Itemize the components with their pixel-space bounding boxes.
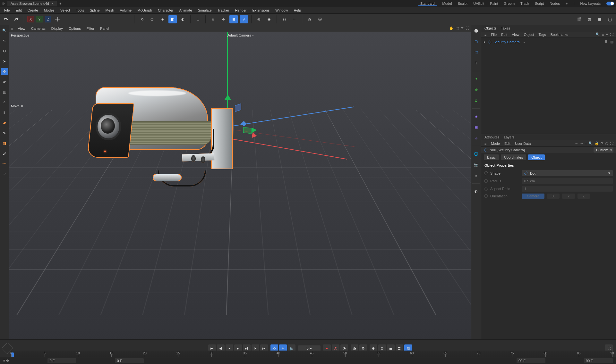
- obj-home-icon[interactable]: ⌂: [602, 32, 604, 37]
- menu-tracker[interactable]: Tracker: [215, 7, 232, 13]
- select-live-icon[interactable]: ↖: [1, 37, 8, 44]
- mode-camera-icon[interactable]: 📷: [472, 161, 480, 169]
- knife-icon[interactable]: ✎: [1, 129, 8, 136]
- options-icon[interactable]: ⋯: [290, 15, 299, 23]
- attr-menu-mode[interactable]: Mode: [491, 142, 500, 145]
- obj-hamburger-icon[interactable]: ≡: [484, 33, 486, 37]
- mode-effector-icon[interactable]: ❉: [472, 86, 480, 94]
- obj-menu-object[interactable]: Object: [524, 33, 534, 37]
- tree-expand-icon[interactable]: ▸: [484, 40, 486, 44]
- render-settings-icon[interactable]: ◔: [305, 15, 314, 23]
- layout-model[interactable]: Model: [442, 2, 452, 5]
- menu-modes[interactable]: Modes: [41, 7, 57, 13]
- gizmo-z-arrow[interactable]: [252, 127, 257, 133]
- vp-menu-display[interactable]: Display: [48, 26, 66, 31]
- mode-light-icon[interactable]: ☼: [472, 171, 480, 180]
- menu-mograph[interactable]: MoGraph: [134, 7, 155, 13]
- workplane-icon[interactable]: ⬘: [219, 15, 227, 23]
- tab-objects[interactable]: Objects: [484, 26, 496, 30]
- layout-script[interactable]: Script: [535, 2, 544, 5]
- redo-button[interactable]: [12, 15, 21, 23]
- attr-lock-icon[interactable]: 🔒: [595, 141, 599, 145]
- grid-snap-icon[interactable]: ⊞: [229, 15, 238, 23]
- sel-edge-icon[interactable]: ⫴: [1, 109, 8, 116]
- menu-create[interactable]: Create: [25, 7, 41, 13]
- history-icon[interactable]: ⟲: [138, 15, 146, 23]
- tab-layers[interactable]: Layers: [504, 135, 514, 139]
- mode-cube-icon[interactable]: ⬚: [472, 48, 480, 56]
- path-icon[interactable]: ⟋: [1, 170, 8, 178]
- mode-field-icon[interactable]: ✦: [472, 75, 480, 83]
- vp-menu-view[interactable]: View: [15, 26, 28, 31]
- axis-z-toggle[interactable]: Z: [45, 16, 52, 22]
- obj-menu-edit[interactable]: Edit: [501, 33, 507, 37]
- attr-search-icon[interactable]: 🔍: [588, 141, 593, 145]
- tree-item-security-camera[interactable]: ▸ Security Camera ▪ ⠿ ▧: [484, 39, 613, 45]
- symmetry-icon[interactable]: ⫞⫞: [280, 15, 288, 23]
- menu-extensions[interactable]: Extensions: [249, 7, 272, 13]
- menu-animate[interactable]: Animate: [176, 7, 195, 13]
- attr-custom-dropdown[interactable]: Custom: [594, 147, 613, 153]
- layout-uvedit[interactable]: UVEdit: [473, 2, 484, 5]
- mode-world-icon[interactable]: 🌐: [472, 150, 480, 158]
- attr-tab-basic[interactable]: Basic: [484, 154, 499, 160]
- mode-motion-icon[interactable]: ⫝: [472, 134, 480, 142]
- add-layout-button[interactable]: +: [566, 2, 568, 5]
- attr-pin-icon[interactable]: ◎: [605, 141, 608, 145]
- range-end-b-field[interactable]: 90 F: [584, 358, 613, 363]
- attr-max-icon[interactable]: ⛶: [610, 141, 613, 145]
- attr-tab-coordinates[interactable]: Coordinates: [501, 154, 526, 160]
- vp-zoom-icon[interactable]: ⬚: [456, 26, 459, 30]
- obj-search-icon[interactable]: 🔍: [595, 32, 600, 37]
- vp-hand-icon[interactable]: ✋: [449, 26, 454, 30]
- new-tab-button[interactable]: +: [59, 2, 61, 5]
- obj-menu-file[interactable]: File: [491, 33, 497, 37]
- sel-point-icon[interactable]: ⁘: [1, 99, 8, 106]
- shape-dropdown[interactable]: Dot ▾: [522, 170, 613, 176]
- teapot-icon[interactable]: ◐: [179, 15, 187, 23]
- layout-standard[interactable]: Standard: [418, 2, 437, 6]
- mode-null-icon[interactable]: ⬤: [472, 26, 480, 35]
- close-tab-icon[interactable]: ×: [52, 2, 54, 5]
- menu-help[interactable]: Help: [291, 7, 304, 13]
- layout-toggle[interactable]: [606, 2, 614, 5]
- obj-menu-tags[interactable]: Tags: [539, 33, 546, 37]
- menu-select[interactable]: Select: [57, 7, 73, 13]
- range-start-field[interactable]: 0 F: [47, 358, 76, 363]
- cursor-arrow-icon[interactable]: ➤: [1, 58, 8, 65]
- render-queue-icon[interactable]: ▧: [585, 15, 594, 23]
- vp-max-icon[interactable]: ⛶: [466, 26, 469, 30]
- axis-x-toggle[interactable]: X: [27, 16, 34, 22]
- magnet-icon[interactable]: ⊍: [209, 15, 217, 23]
- mode-gear-icon[interactable]: ⚙: [472, 96, 480, 105]
- timeline-ruler[interactable]: 051015202530354045505560657075808590: [11, 351, 612, 357]
- gizmo-y-arrow[interactable]: [225, 95, 231, 100]
- attr-fwd-icon[interactable]: →: [580, 141, 584, 145]
- render-icon[interactable]: Ⓐ: [316, 15, 324, 23]
- mode-wire-icon[interactable]: ▢: [472, 37, 480, 46]
- coord-system-button[interactable]: [53, 15, 62, 23]
- undo-button[interactable]: [2, 15, 10, 23]
- vp-menu-options[interactable]: Options: [66, 26, 84, 31]
- sel-poly-icon[interactable]: ▰: [1, 119, 8, 126]
- attr-refresh-icon[interactable]: ⟳: [601, 141, 603, 145]
- menu-spline[interactable]: Spline: [87, 7, 103, 13]
- picture-viewer-icon[interactable]: ▦: [595, 15, 604, 23]
- status-hamburger-icon[interactable]: ≡ ⊘: [3, 359, 9, 363]
- attr-back-icon[interactable]: ←: [575, 141, 578, 145]
- obj-expand-icon[interactable]: ⛶: [610, 32, 613, 37]
- layout-groom[interactable]: Groom: [504, 2, 515, 5]
- tab-takes[interactable]: Takes: [501, 26, 510, 30]
- attr-menu-userdata[interactable]: User Data: [515, 142, 531, 145]
- attr-up-icon[interactable]: ↑: [585, 141, 587, 145]
- layout-nodes[interactable]: Nodes: [550, 2, 560, 5]
- viewport-3d[interactable]: Perspective Default Camera ▫ Move ✥ View…: [9, 32, 471, 346]
- placement-icon[interactable]: ⬡: [148, 15, 156, 23]
- rotate-tool[interactable]: ⟳: [1, 78, 8, 85]
- extrude-icon[interactable]: ◨: [1, 140, 8, 147]
- vp-hamburger-icon[interactable]: ≡: [11, 27, 13, 30]
- quantize-icon[interactable]: ⫽: [240, 15, 248, 23]
- vp-menu-panel[interactable]: Panel: [97, 26, 112, 31]
- menu-mesh[interactable]: Mesh: [103, 7, 117, 13]
- range-end-a-field[interactable]: 90 F: [517, 358, 545, 363]
